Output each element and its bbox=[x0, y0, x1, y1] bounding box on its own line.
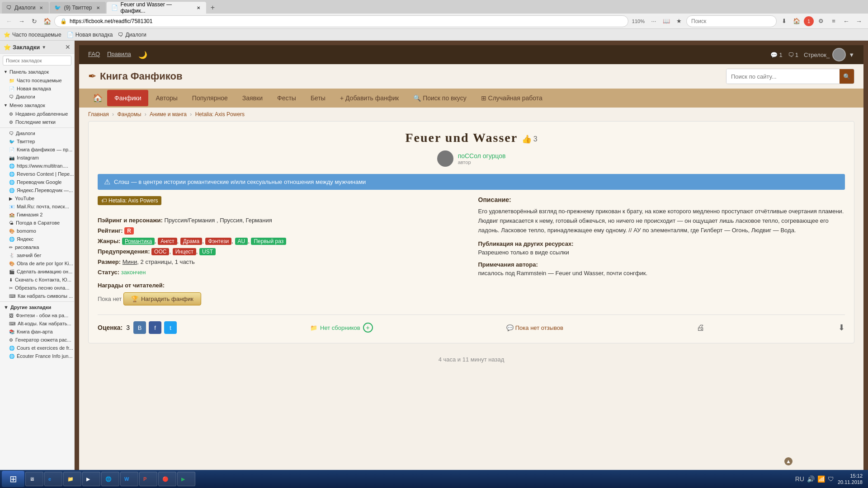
sidebar-bm-rabbit[interactable]: 🐇 заячий бег bbox=[0, 251, 74, 259]
taskbar-desktop-button[interactable]: 🖥 bbox=[25, 472, 43, 486]
breadcrumb-home[interactable]: Главная bbox=[88, 111, 109, 117]
sidebar-item-new-tab[interactable]: 📄 Новая вкладка bbox=[0, 84, 74, 93]
sidebar-other-french[interactable]: 🌐 Cours et exercices de fr... bbox=[0, 344, 74, 352]
home-button[interactable]: 🏠 bbox=[42, 16, 52, 27]
scroll-to-top-button[interactable]: ▲ bbox=[784, 457, 793, 465]
nav-random[interactable]: ⊞ Случайная работа bbox=[474, 90, 550, 106]
forward-button[interactable]: → bbox=[16, 16, 27, 27]
site-search-button[interactable]: 🔍 bbox=[840, 69, 854, 84]
author-name-link[interactable]: поССол огурцов bbox=[458, 152, 506, 160]
sidebar-item-last-tags[interactable]: ⚙ Последние метки bbox=[0, 118, 74, 126]
sidebar-section-menu[interactable]: ▼ Меню закладок bbox=[0, 101, 74, 110]
nav-forward-button[interactable]: → bbox=[854, 16, 864, 27]
sidebar-bm-weather[interactable]: 🌤 Погода в Саратове bbox=[0, 219, 74, 227]
reader-mode-button[interactable]: 📖 bbox=[661, 16, 672, 27]
sidebar-search-input[interactable] bbox=[3, 56, 71, 66]
sidebar-bm-download[interactable]: ⬇ Скачать с Контакта, Ю... bbox=[0, 276, 74, 284]
new-tab-button[interactable]: + bbox=[207, 2, 219, 14]
warning-ust[interactable]: UST bbox=[199, 248, 216, 255]
genre-angst[interactable]: Ангст bbox=[158, 238, 177, 245]
address-bar[interactable]: 🔒 bbox=[54, 15, 628, 27]
home-page-button[interactable]: 🏠 bbox=[791, 16, 802, 27]
tab-dialogi[interactable]: 🗨 Диалоги ✕ bbox=[2, 2, 49, 14]
nav-beta[interactable]: Беты bbox=[303, 90, 333, 106]
nav-fests[interactable]: Фесты bbox=[270, 90, 303, 106]
sidebar-item-frequently[interactable]: 📁 Часто посещаемые bbox=[0, 76, 74, 84]
sidebar-bm-instagram[interactable]: 📷 Instagram bbox=[0, 154, 74, 162]
sidebar-bm-youtube[interactable]: ▶ YouTube bbox=[0, 194, 74, 202]
sidebar-bm-yandex-translate[interactable]: 🌐 Яндекс.Переводчик —... bbox=[0, 186, 74, 194]
nav-back-button[interactable]: ← bbox=[841, 16, 852, 27]
genre-au[interactable]: AU bbox=[235, 238, 248, 245]
sidebar-bm-gimnaziya[interactable]: 🏫 Гимназия 2 bbox=[0, 211, 74, 219]
sidebar-bm-obra[interactable]: 🎨 Obra de arte por Igor Ki... bbox=[0, 259, 74, 267]
tab-close-twitter[interactable]: ✕ bbox=[95, 5, 101, 11]
sidebar-item-dialogi-bm[interactable]: 🗨 Диалоги bbox=[0, 93, 74, 101]
tray-volume[interactable]: 🔊 bbox=[807, 475, 815, 483]
tray-security[interactable]: 🛡 bbox=[828, 475, 834, 483]
facebook-share-button[interactable]: f bbox=[149, 321, 161, 334]
sidebar-bm-google-translate[interactable]: 🌐 Переводчик Google bbox=[0, 178, 74, 186]
sidebar-bm-dialogi[interactable]: 🗨 Диалоги bbox=[0, 129, 74, 137]
sidebar-bm-bomomo[interactable]: 🎨 bomomo bbox=[0, 227, 74, 235]
download-button[interactable]: ⬇ bbox=[838, 323, 845, 333]
add-to-collection-button[interactable]: 📁 Нет сборников + bbox=[310, 323, 373, 333]
user-profile-button[interactable]: Стрелок_ ▼ bbox=[804, 48, 854, 61]
sidebar-item-recent[interactable]: ⚙ Недавно добавленные bbox=[0, 110, 74, 118]
nav-add-fanfic[interactable]: + Добавить фанфик bbox=[333, 90, 406, 106]
tray-network[interactable]: 📶 bbox=[817, 475, 825, 483]
genre-drama[interactable]: Драма bbox=[180, 238, 202, 245]
sidebar-bm-symbols[interactable]: ⌨ Как набрать символы ... bbox=[0, 292, 74, 300]
nav-taste-search[interactable]: 🔍 Поиск по вкусу bbox=[406, 90, 473, 106]
nav-requests[interactable]: Заявки bbox=[235, 90, 270, 106]
sidebar-bm-multitran[interactable]: 🌐 https://www.multitran.... bbox=[0, 162, 74, 170]
chat-button[interactable]: 🗨 1 bbox=[788, 52, 798, 58]
twitter-share-button[interactable]: t bbox=[164, 321, 177, 334]
warning-incest[interactable]: Инцест bbox=[173, 248, 196, 255]
tab-ficbook[interactable]: 📄 Feuer und Wasser — фанфик... ✕ bbox=[107, 2, 206, 14]
genre-first-time[interactable]: Первый раз bbox=[251, 238, 286, 245]
faq-link[interactable]: FAQ bbox=[88, 51, 100, 59]
breadcrumb-hetalia[interactable]: Hetalia: Axis Powers bbox=[195, 111, 245, 117]
refresh-button[interactable]: ↻ bbox=[29, 16, 40, 27]
rules-link[interactable]: Правила bbox=[107, 51, 131, 59]
sidebar-other-section[interactable]: ▼ Другие закладки bbox=[0, 303, 74, 311]
sidebar-section-panel[interactable]: ▼ Панель закладок bbox=[0, 67, 74, 76]
favorites-button[interactable]: ★ bbox=[674, 16, 684, 27]
size-mini-link[interactable]: Мини bbox=[123, 258, 137, 265]
messages-button[interactable]: 💬 1 bbox=[770, 52, 782, 58]
address-input[interactable] bbox=[70, 18, 623, 24]
reward-button[interactable]: 🏆 Наградить фанфик bbox=[123, 292, 201, 305]
taskbar-app1-button[interactable]: 🔴 bbox=[158, 472, 176, 486]
nav-authors[interactable]: Авторы bbox=[148, 90, 184, 106]
sidebar-bm-mailru[interactable]: 📧 Mail.Ru: почта, поиск... bbox=[0, 202, 74, 211]
more-button[interactable]: ≡ bbox=[828, 16, 839, 27]
sidebar-bm-animate[interactable]: 🎬 Сделать анимацию он... bbox=[0, 267, 74, 276]
taskbar-media-button[interactable]: ▶ bbox=[82, 472, 100, 486]
sidebar-other-fantasy[interactable]: 🖼 Фэнтези - обои на ра... bbox=[0, 311, 74, 319]
tab-close-dialogi[interactable]: ✕ bbox=[38, 5, 44, 11]
sidebar-bm-reverso[interactable]: 🌐 Reverso Context | Пере... bbox=[0, 170, 74, 178]
nav-popular[interactable]: Популярное bbox=[185, 90, 235, 106]
site-logo[interactable]: ✒ Книга Фанфиков bbox=[88, 70, 183, 82]
start-button[interactable]: ⊞ bbox=[2, 471, 24, 487]
site-search-input[interactable] bbox=[726, 69, 840, 84]
breadcrumb-fandoms[interactable]: Фандомы bbox=[117, 111, 141, 117]
sidebar-bm-draw[interactable]: ✏ рисовалка bbox=[0, 243, 74, 251]
sidebar-other-fanart[interactable]: 📚 Книга фан-арта bbox=[0, 328, 74, 336]
taskbar-word-button[interactable]: W bbox=[120, 472, 138, 486]
taskbar-folder-button[interactable]: 📁 bbox=[63, 472, 81, 486]
tab-twitter[interactable]: 🐦 (9) Твиттер ✕ bbox=[50, 2, 105, 14]
sidebar-bm-ficbook[interactable]: 📄 Книга фанфиков — пр... bbox=[0, 145, 74, 154]
reviews-link[interactable]: 💬 Пока нет отзывов bbox=[506, 324, 563, 331]
vk-share-button[interactable]: В bbox=[133, 321, 146, 334]
taskbar-ppt-button[interactable]: P bbox=[139, 472, 157, 486]
settings-button[interactable]: ⚙ bbox=[816, 16, 826, 27]
taskbar-ie-button[interactable]: e bbox=[44, 472, 62, 486]
browser-search-input[interactable] bbox=[686, 15, 777, 27]
nav-home-button[interactable]: 🏠 bbox=[88, 89, 107, 108]
sidebar-other-ecouter[interactable]: 🌐 Écouter France Info jun... bbox=[0, 352, 74, 360]
bookmark-dialogi[interactable]: 🗨 Диалоги bbox=[118, 32, 146, 38]
genre-romantika[interactable]: Романтика bbox=[122, 238, 155, 245]
warning-ooc[interactable]: OOC bbox=[151, 248, 169, 255]
